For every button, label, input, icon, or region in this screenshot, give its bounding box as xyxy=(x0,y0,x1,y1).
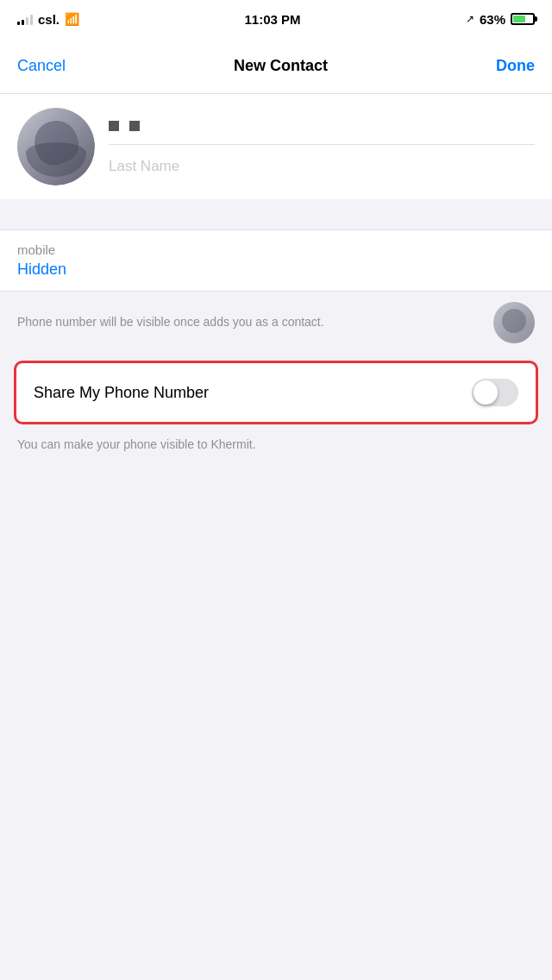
pixel-block-2 xyxy=(129,121,140,131)
avatar[interactable] xyxy=(17,108,95,185)
share-phone-toggle[interactable] xyxy=(472,379,518,406)
phone-value: Hidden xyxy=(17,261,535,279)
wifi-icon: 📶 xyxy=(65,12,79,26)
last-name-row[interactable] xyxy=(109,145,535,179)
second-icon xyxy=(129,121,140,131)
bottom-area xyxy=(0,471,552,730)
pixel-block-1 xyxy=(109,121,119,131)
nav-bar: Cancel New Contact Done xyxy=(0,38,552,94)
phone-label: mobile xyxy=(17,242,535,257)
name-fields xyxy=(109,114,535,179)
status-bar: csl. 📶 11:03 PM ↗ 63% xyxy=(0,0,552,38)
section-spacer xyxy=(0,199,552,229)
share-phone-label: Share My Phone Number xyxy=(34,384,209,402)
status-right: ↗ 63% xyxy=(466,12,535,27)
status-time: 11:03 PM xyxy=(244,12,300,27)
info-text: Phone number will be visible once adds y… xyxy=(17,314,483,331)
info-section: Phone number will be visible once adds y… xyxy=(0,292,552,354)
phone-section: mobile Hidden xyxy=(0,229,552,292)
signal-bars xyxy=(17,13,33,25)
contact-form-section xyxy=(0,94,552,199)
share-caption: You can make your phone visible to Kherm… xyxy=(0,431,552,471)
share-phone-section: Share My Phone Number xyxy=(14,361,538,424)
last-name-input[interactable] xyxy=(109,158,535,175)
status-left: csl. 📶 xyxy=(17,12,79,27)
done-button[interactable]: Done xyxy=(496,57,535,75)
toggle-knob xyxy=(474,380,498,405)
battery-icon xyxy=(511,13,535,25)
info-avatar xyxy=(493,302,535,343)
location-icon: ↗ xyxy=(466,13,474,25)
signal-bar-2 xyxy=(22,20,24,25)
avatar-placeholder xyxy=(17,108,95,185)
page-title: New Contact xyxy=(234,57,328,75)
battery-percentage: 63% xyxy=(480,12,505,27)
battery-fill xyxy=(513,16,525,22)
cancel-button[interactable]: Cancel xyxy=(17,57,66,75)
signal-bar-3 xyxy=(26,17,28,25)
signal-bar-1 xyxy=(17,22,20,25)
first-name-row xyxy=(109,114,535,145)
carrier-name: csl. xyxy=(38,12,60,27)
signal-bar-4 xyxy=(30,15,33,25)
first-name-icon xyxy=(109,121,119,131)
